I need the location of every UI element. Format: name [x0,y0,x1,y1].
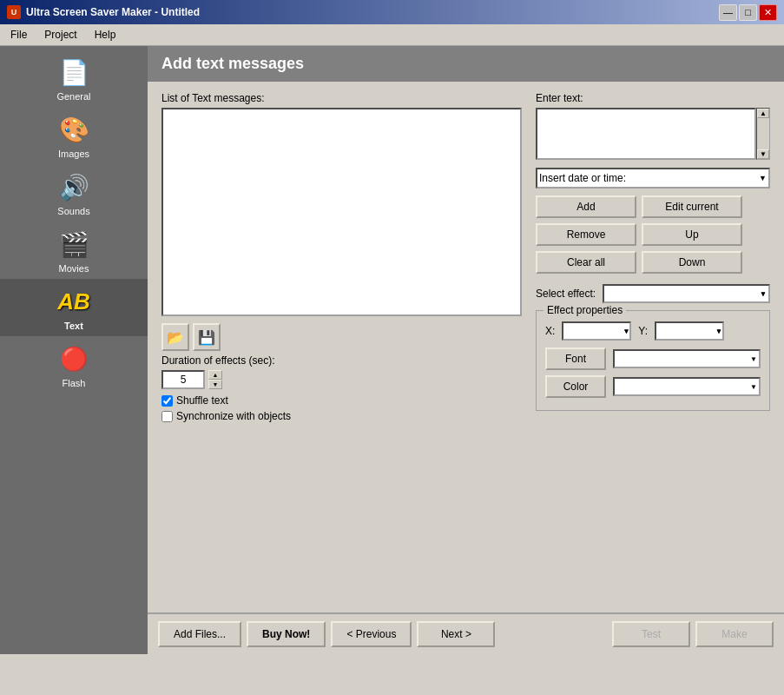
text-input[interactable] [536,108,756,160]
sidebar-label-movies: Movies [59,263,89,274]
previous-button[interactable]: < Previous [331,621,412,647]
sync-checkbox-row: Synchronize with objects [161,410,522,422]
page-content: List of Text messages: 📂 💾 Duration of e… [148,82,784,612]
text-icon: AB [56,284,91,319]
color-dropdown-wrapper: ▼ [613,377,761,396]
test-button[interactable]: Test [612,621,690,647]
menu-file[interactable]: File [3,26,34,43]
window-title: Ultra Screen Saver Maker - Untitled [26,6,200,18]
select-effect-label: Select effect: [536,288,596,300]
duration-row: ▲ ▼ [161,370,522,389]
maximize-button[interactable]: □ [739,4,757,21]
edit-current-button[interactable]: Edit current [642,195,742,218]
shuffle-checkbox-row: Shuffle text [161,394,522,407]
sidebar-item-sounds[interactable]: 🔊 Sounds [0,164,148,222]
color-button[interactable]: Color [545,375,606,398]
clear-all-button[interactable]: Clear all [536,251,636,274]
text-scroll-down[interactable]: ▼ [757,149,769,159]
page-title: Add text messages [161,55,770,73]
shuffle-checkbox[interactable] [161,395,173,407]
window-controls: — □ ✕ [719,4,777,21]
general-icon: 📄 [56,55,91,89]
font-dropdown-wrapper: ▼ [613,349,761,368]
sidebar-label-text: Text [64,321,83,331]
add-edit-row: Add Edit current [536,195,770,218]
up-button[interactable]: Up [642,223,742,246]
flash-icon: 🔴 [56,341,91,376]
text-messages-list[interactable] [161,108,522,316]
spin-down-button[interactable]: ▼ [208,380,222,389]
sidebar-label-sounds: Sounds [57,206,89,216]
color-row: Color ▼ [545,375,761,398]
left-column: List of Text messages: 📂 💾 Duration of e… [161,92,522,426]
insert-date-select[interactable]: Insert date or time: Date Time Date and … [536,168,770,189]
minimize-button[interactable]: — [719,4,737,21]
text-scrollbar: ▲ ▼ [756,108,770,160]
main-container: 📄 General 🎨 Images 🔊 Sounds 🎬 Movies AB … [0,46,784,654]
sidebar-item-general[interactable]: 📄 General [0,50,148,107]
spin-up-button[interactable]: ▲ [208,370,222,380]
duration-input[interactable] [161,370,205,389]
font-button[interactable]: Font [545,348,606,370]
bottom-bar: Add Files... Buy Now! < Previous Next > … [148,612,784,654]
x-select[interactable] [562,321,631,341]
menu-project[interactable]: Project [37,26,83,43]
buy-now-button[interactable]: Buy Now! [247,621,326,647]
close-button[interactable]: ✕ [759,4,777,21]
effect-properties-legend: Effect properties [544,304,626,316]
sidebar-label-images: Images [58,149,89,159]
font-row: Font ▼ [545,348,761,370]
save-button[interactable]: 💾 [193,323,221,351]
make-button[interactable]: Make [695,621,774,647]
y-select[interactable] [655,321,724,341]
next-button[interactable]: Next > [417,621,495,647]
title-bar: U Ultra Screen Saver Maker - Untitled — … [0,0,784,24]
x-dropdown-wrapper: ▼ [562,321,631,341]
select-effect-dropdown[interactable] [603,284,770,303]
sidebar-label-flash: Flash [63,378,86,388]
icon-buttons-row: 📂 💾 [161,323,522,351]
sync-label: Synchronize with objects [176,410,291,422]
sidebar-item-images[interactable]: 🎨 Images [0,107,148,164]
right-column: Enter text: ▲ ▼ Insert date or time: Dat… [536,92,770,426]
x-label: X: [545,325,555,337]
spinner-buttons: ▲ ▼ [208,370,222,389]
xy-row: X: ▼ Y: ▼ [545,321,761,341]
text-scroll-up[interactable]: ▲ [757,109,769,118]
color-select[interactable] [613,377,761,396]
menu-bar: File Project Help [0,24,784,46]
y-label: Y: [638,325,648,337]
images-icon: 🎨 [56,112,91,147]
movies-icon: 🎬 [56,227,91,261]
y-dropdown-wrapper: ▼ [655,321,724,341]
remove-button[interactable]: Remove [536,223,636,246]
remove-up-row: Remove Up [536,223,770,246]
app-icon: U [7,5,21,19]
insert-date-wrapper: Insert date or time: Date Time Date and … [536,168,770,189]
sounds-icon: 🔊 [56,169,91,204]
duration-label: Duration of effects (sec): [161,354,522,367]
add-button[interactable]: Add [536,195,636,218]
page-header: Add text messages [148,46,784,82]
add-files-button[interactable]: Add Files... [158,621,241,647]
shuffle-label: Shuffle text [176,394,228,407]
sidebar-label-general: General [56,91,90,102]
sync-checkbox[interactable] [161,411,173,422]
down-button[interactable]: Down [642,251,742,274]
effect-dropdown-wrapper: ▼ [603,284,770,303]
text-entry-area: ▲ ▼ [536,108,770,162]
clearall-down-row: Clear all Down [536,251,770,274]
sidebar-item-flash[interactable]: 🔴 Flash [0,336,148,394]
font-select[interactable] [613,349,761,368]
enter-text-label: Enter text: [536,92,770,104]
content-area: Add text messages List of Text messages:… [148,46,784,654]
open-folder-button[interactable]: 📂 [161,323,189,351]
menu-help[interactable]: Help [88,26,123,43]
effect-properties-group: Effect properties X: ▼ Y: ▼ [536,310,770,411]
sidebar-item-text[interactable]: AB Text [0,279,148,336]
sidebar-item-movies[interactable]: 🎬 Movies [0,222,148,279]
sidebar: 📄 General 🎨 Images 🔊 Sounds 🎬 Movies AB … [0,46,148,654]
two-col-layout: List of Text messages: 📂 💾 Duration of e… [161,92,770,426]
list-label: List of Text messages: [161,92,522,104]
select-effect-row: Select effect: ▼ [536,284,770,303]
